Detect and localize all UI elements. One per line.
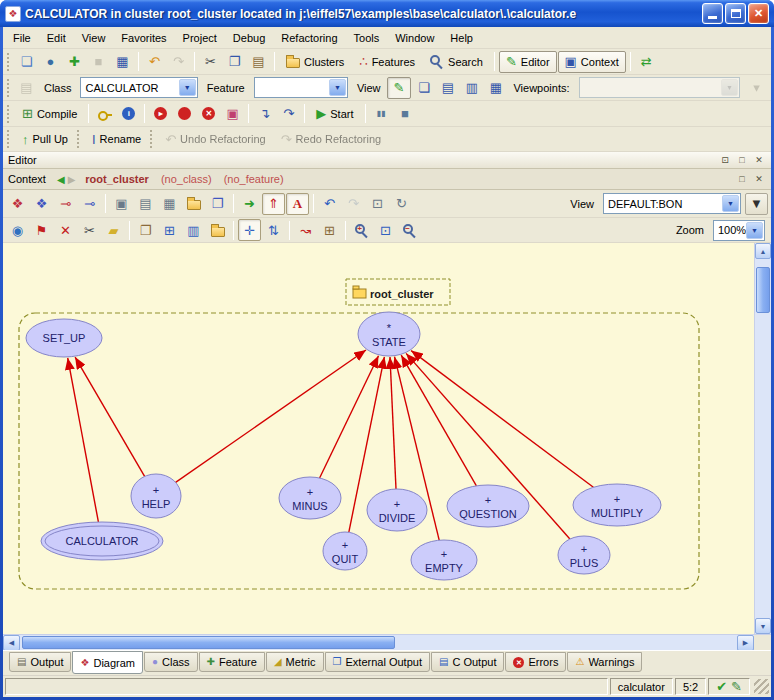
vertical-scrollbar[interactable]: ▲ ▼	[754, 243, 771, 634]
external-commands-button[interactable]: ⇄	[635, 51, 658, 73]
diagram-view-combo-arrow[interactable]: ▼	[722, 195, 739, 212]
ignore-breakpoints-button[interactable]: ↴	[253, 103, 276, 125]
tab-diagram[interactable]: ❖Diagram	[72, 651, 143, 674]
crop-diagram-button[interactable]: ⊡	[366, 193, 389, 215]
scroll-up-button[interactable]: ▲	[755, 243, 771, 259]
new-tab-button[interactable]: ✚	[63, 51, 86, 73]
menu-view[interactable]: View	[74, 29, 114, 47]
anchor-tool-button[interactable]: ✂	[78, 219, 101, 241]
class-bubble-calculator[interactable]: CALCULATOR	[41, 522, 163, 560]
class-bubble-empty[interactable]: +EMPTY	[411, 540, 477, 580]
menu-project[interactable]: Project	[175, 29, 225, 47]
client-link-help-set_up[interactable]	[75, 357, 145, 476]
tab-c-output[interactable]: ▤C Output	[431, 652, 504, 672]
zoom-in-button[interactable]: +	[350, 219, 373, 241]
class-bubble-divide[interactable]: +DIVIDE	[367, 489, 427, 531]
client-link-minus-state[interactable]	[320, 356, 379, 478]
browse-world-button[interactable]: ◉	[6, 219, 29, 241]
copy-button[interactable]: ❐	[223, 51, 246, 73]
diagram-settings-button[interactable]: ▦	[158, 193, 181, 215]
print-diagram-button[interactable]: ▤	[134, 193, 157, 215]
pull-up-button[interactable]: ↑Pull Up	[15, 128, 75, 150]
scroll-down-button[interactable]: ▼	[755, 618, 771, 634]
snapshot-button[interactable]: ▣	[110, 193, 133, 215]
fit-to-window-button[interactable]: ⊡	[374, 219, 397, 241]
undo-button[interactable]: ↶	[143, 51, 166, 73]
create-class-tool-button[interactable]: ❖	[6, 193, 29, 215]
resize-grip[interactable]	[754, 679, 769, 694]
menu-debug[interactable]: Debug	[225, 29, 273, 47]
class-bubble-state[interactable]: *STATE	[358, 312, 420, 356]
menu-refactoring[interactable]: Refactoring	[273, 29, 345, 47]
zoom-out-button[interactable]: −	[398, 219, 421, 241]
rename-button[interactable]: IRename	[85, 128, 148, 150]
tab-warnings[interactable]: ⚠Warnings	[567, 652, 642, 672]
menu-file[interactable]: File	[5, 29, 39, 47]
scroll-right-button[interactable]: ▶	[737, 635, 754, 651]
center-on-target-button[interactable]: ✛	[238, 219, 261, 241]
client-link-help-state[interactable]	[176, 350, 366, 482]
show-links-button[interactable]: ↝	[294, 219, 317, 241]
debug-run-button[interactable]: ▸	[149, 103, 172, 125]
maximize-button[interactable]	[725, 3, 746, 24]
open-file-button[interactable]: ●	[39, 51, 62, 73]
compile-button[interactable]: ⊞Compile	[15, 103, 84, 125]
context-button[interactable]: ▣Context	[558, 51, 626, 73]
class-bubble-quit[interactable]: +QUIT	[323, 532, 367, 570]
tab-class[interactable]: ●Class	[144, 652, 198, 672]
clusters-button[interactable]: Clusters	[279, 51, 351, 73]
step-over-button[interactable]: ↷	[277, 103, 300, 125]
system-info-button[interactable]: i	[117, 103, 140, 125]
editor-button[interactable]: ✎Editor	[499, 51, 557, 73]
bon-class-diagram[interactable]: root_clusterSET_UP*STATE+HELPCALCULATOR+…	[3, 243, 754, 634]
debug-tools-button[interactable]: ▣	[221, 103, 244, 125]
delete-tool-button[interactable]: ✕	[54, 219, 77, 241]
minimize-button[interactable]	[702, 3, 723, 24]
feature-combo[interactable]: ▼	[254, 77, 348, 98]
sort-links-button[interactable]: ⇅	[262, 219, 285, 241]
diagram-view-combo[interactable]: DEFAULT:BON▼	[603, 193, 741, 214]
menu-edit[interactable]: Edit	[39, 29, 74, 47]
new-diagram-window-button[interactable]: ❐	[206, 193, 229, 215]
save-button[interactable]: ▦	[111, 51, 134, 73]
link-target-button[interactable]: ➜	[238, 193, 261, 215]
put-target-here-button[interactable]: ⇑	[262, 193, 285, 215]
eraser-tool-button[interactable]: ▰	[102, 219, 125, 241]
class-bubble-multiply[interactable]: +MULTIPLY	[573, 484, 661, 526]
horizontal-scroll-thumb[interactable]	[22, 636, 395, 649]
context-cluster-link[interactable]: root_cluster	[85, 173, 149, 185]
client-link-divide-state[interactable]	[390, 357, 396, 489]
clickable-view-button[interactable]: ❏	[412, 77, 435, 99]
tab-metric[interactable]: ◢Metric	[266, 652, 324, 672]
menu-window[interactable]: Window	[387, 29, 442, 47]
freeze-button[interactable]	[93, 103, 116, 125]
new-editor-window-button[interactable]: ❏	[15, 51, 38, 73]
tab-errors[interactable]: ✕Errors	[505, 652, 566, 672]
client-link-tool-button[interactable]: ⊸	[54, 193, 77, 215]
contract-view-button[interactable]: ▥	[460, 77, 483, 99]
feature-combo-arrow[interactable]: ▼	[329, 79, 346, 96]
menu-favorites[interactable]: Favorites	[113, 29, 174, 47]
menu-tools[interactable]: Tools	[346, 29, 388, 47]
close-panel-icon[interactable]: ✕	[752, 154, 766, 167]
client-link-calculator-set_up[interactable]	[68, 358, 99, 522]
features-button[interactable]: ∴Features	[352, 51, 422, 73]
class-bubble-question[interactable]: +QUESTION	[447, 485, 529, 527]
inheritance-link-tool-button[interactable]: ⊸	[78, 193, 101, 215]
dock-panel-icon[interactable]: ⊡	[718, 154, 732, 167]
tab-output[interactable]: ▤Output	[9, 652, 71, 672]
create-cluster-tool-button[interactable]: ❖	[30, 193, 53, 215]
zoom-combo[interactable]: 100%▼	[713, 220, 765, 241]
flat-view-button[interactable]: ▤	[436, 77, 459, 99]
basic-text-view-button[interactable]: ✎	[387, 77, 412, 99]
close-context-icon[interactable]: ✕	[752, 173, 766, 186]
start-button[interactable]: ▶Start	[309, 103, 360, 125]
tab-external-output[interactable]: ❐External Output	[325, 652, 430, 672]
context-feature-link[interactable]: (no_feature)	[224, 173, 284, 185]
highlight-tool-button[interactable]: ⚑	[30, 219, 53, 241]
pause-button[interactable]: ▮▮	[370, 103, 393, 125]
class-bubble-set_up[interactable]: SET_UP	[26, 319, 102, 357]
layout-button[interactable]: ⊞	[158, 219, 181, 241]
debug-object-button[interactable]	[173, 103, 196, 125]
search-button[interactable]: Search	[423, 51, 490, 73]
